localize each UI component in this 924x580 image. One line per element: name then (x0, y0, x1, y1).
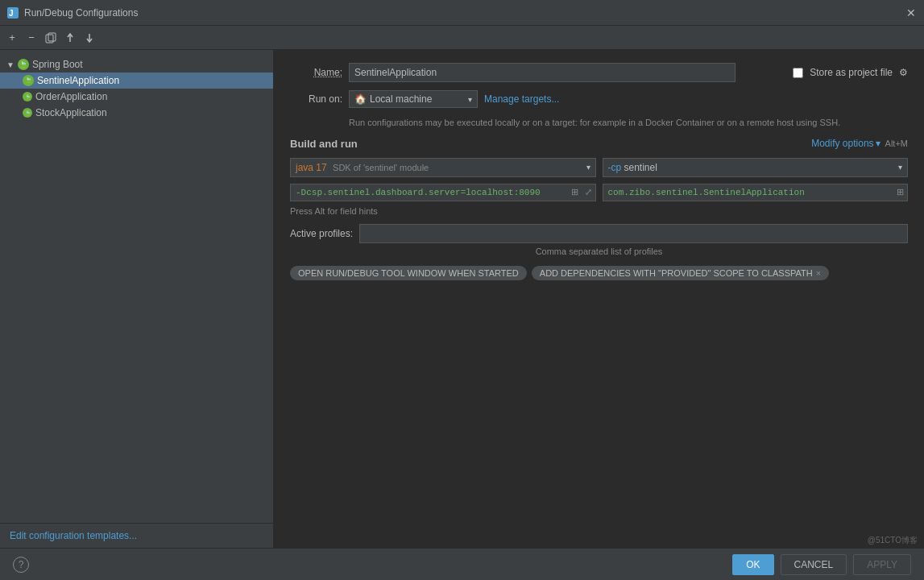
tags-row: OPEN RUN/DEBUG TOOL WINDOW WHEN STARTED … (290, 266, 908, 280)
local-machine-icon: 🏠 (354, 93, 367, 105)
apply-button[interactable]: APPLY (853, 554, 911, 575)
move-up-button[interactable] (61, 29, 79, 47)
vm-class-row: ⊞ ⤢ ⊞ (290, 184, 908, 201)
svg-text:J: J (9, 9, 14, 18)
watermark: @51CTO博客 (868, 535, 918, 546)
sidebar: ▼ 🍃 Spring Boot 🍃 SentinelApplication 🍃 … (0, 50, 274, 548)
main-class-wrap: ⊞ (603, 184, 909, 201)
window-title: Run/Debug Configurations (24, 7, 905, 19)
tag-chip-1: OPEN RUN/DEBUG TOOL WINDOW WHEN STARTED (290, 266, 527, 280)
name-row: Name: Store as project file ⚙ (290, 63, 908, 82)
cp-flag-text: -cp (608, 162, 622, 173)
ok-button[interactable]: OK (732, 554, 773, 575)
config-templates-bar: Edit configuration templates... (0, 523, 274, 548)
tag-chip-2-label: ADD DEPENDENCIES WITH "PROVIDED" SCOPE T… (540, 268, 813, 278)
close-button[interactable]: ✕ (905, 6, 918, 19)
modify-options-link[interactable]: Modify options ▾ Alt+M (811, 138, 908, 149)
help-button[interactable]: ? (13, 557, 29, 573)
sidebar-group-spring-boot: ▼ 🍃 Spring Boot 🍃 SentinelApplication 🍃 … (0, 53, 273, 124)
sdk-row: java 17 SDK of 'sentinel' module ▾ -cp s… (290, 158, 908, 177)
sidebar-group-label: Spring Boot (32, 59, 83, 70)
gear-icon[interactable]: ⚙ (899, 67, 908, 78)
move-down-button[interactable] (81, 29, 98, 47)
chevron-down-icon: ▼ (6, 60, 15, 69)
sdk-text: java 17 SDK of 'sentinel' module (296, 162, 586, 173)
add-config-button[interactable]: + (3, 29, 21, 47)
toolbar: + − (0, 26, 924, 50)
vm-options-input[interactable] (291, 184, 568, 201)
store-checkbox[interactable] (793, 68, 803, 78)
tag-chip-2-close[interactable]: × (816, 268, 821, 278)
store-row: Store as project file ⚙ (793, 67, 908, 78)
profiles-input[interactable] (359, 224, 908, 243)
profiles-label: Active profiles: (290, 228, 353, 239)
name-label: Name: (290, 67, 342, 78)
content-panel: Name: Store as project file ⚙ Run on: 🏠 … (274, 50, 924, 548)
sdk-module-text: SDK of 'sentinel' module (333, 163, 429, 172)
section-title: Build and run (290, 138, 358, 150)
manage-targets-link[interactable]: Manage targets... (484, 93, 559, 105)
run-on-value: Local machine (370, 93, 465, 105)
sdk-dropdown-arrow-icon: ▾ (586, 163, 590, 172)
remove-config-button[interactable]: − (23, 29, 40, 47)
app-icon: J (6, 6, 19, 19)
main-layout: ▼ 🍃 Spring Boot 🍃 SentinelApplication 🍃 … (0, 50, 924, 548)
sdk-dropdown[interactable]: java 17 SDK of 'sentinel' module ▾ (290, 158, 596, 177)
vm-options-fullscreen-button[interactable]: ⤢ (582, 185, 595, 199)
active-profiles-row: Active profiles: (290, 224, 908, 243)
vm-options-wrap: ⊞ ⤢ (290, 184, 596, 201)
cp-dropdown-arrow-icon: ▾ (898, 163, 902, 172)
main-class-browse-button[interactable]: ⊞ (893, 185, 907, 199)
sentinel-app-icon: 🍃 (23, 75, 34, 86)
run-on-hint: Run configurations may be executed local… (349, 116, 908, 130)
run-on-label: Run on: (290, 93, 342, 105)
stock-app-icon: 🍃 (23, 108, 32, 118)
order-app-icon: 🍃 (23, 92, 32, 102)
shortcut-badge: Alt+M (885, 139, 908, 148)
store-label: Store as project file (810, 67, 893, 78)
sdk-version-text: java 17 (296, 162, 327, 173)
modify-options-label: Modify options (811, 138, 873, 149)
run-on-dropdown[interactable]: 🏠 Local machine ▾ (349, 90, 478, 108)
cancel-button[interactable]: CANCEL (781, 554, 847, 575)
cp-dropdown[interactable]: -cp sentinel ▾ (603, 158, 909, 177)
modify-options-chevron-icon: ▾ (876, 138, 880, 149)
bottom-bar: ? OK CANCEL APPLY (0, 548, 924, 580)
comma-hint: Comma separated list of profiles (290, 246, 908, 256)
sidebar-group-header[interactable]: ▼ 🍃 Spring Boot (0, 56, 273, 72)
cp-text: -cp sentinel (608, 162, 899, 173)
vm-options-expand-button[interactable]: ⊞ (568, 185, 582, 199)
cp-value-text: sentinel (624, 162, 657, 173)
run-on-row: Run on: 🏠 Local machine ▾ Manage targets… (290, 90, 908, 108)
edit-config-templates-link[interactable]: Edit configuration templates... (10, 530, 137, 541)
name-input[interactable] (349, 63, 735, 82)
sidebar-item-stock[interactable]: 🍃 StockApplication (0, 105, 273, 121)
spring-boot-icon: 🍃 (18, 59, 29, 70)
title-bar: J Run/Debug Configurations ✕ (0, 0, 924, 26)
name-label-text: Name: (314, 67, 342, 78)
sidebar-item-label: OrderApplication (35, 91, 107, 102)
build-run-header: Build and run Modify options ▾ Alt+M (290, 138, 908, 150)
sidebar-item-sentinel[interactable]: 🍃 SentinelApplication (0, 72, 273, 89)
main-class-input[interactable] (603, 184, 894, 201)
dropdown-arrow-icon: ▾ (468, 95, 472, 104)
sidebar-item-label: SentinelApplication (37, 75, 119, 86)
sidebar-item-order[interactable]: 🍃 OrderApplication (0, 89, 273, 105)
tag-chip-1-label: OPEN RUN/DEBUG TOOL WINDOW WHEN STARTED (298, 268, 519, 278)
sidebar-item-label: StockApplication (35, 107, 107, 118)
tag-chip-2: ADD DEPENDENCIES WITH "PROVIDED" SCOPE T… (532, 266, 829, 280)
press-alt-hint: Press Alt for field hints (290, 206, 908, 216)
copy-config-button[interactable] (42, 29, 60, 47)
